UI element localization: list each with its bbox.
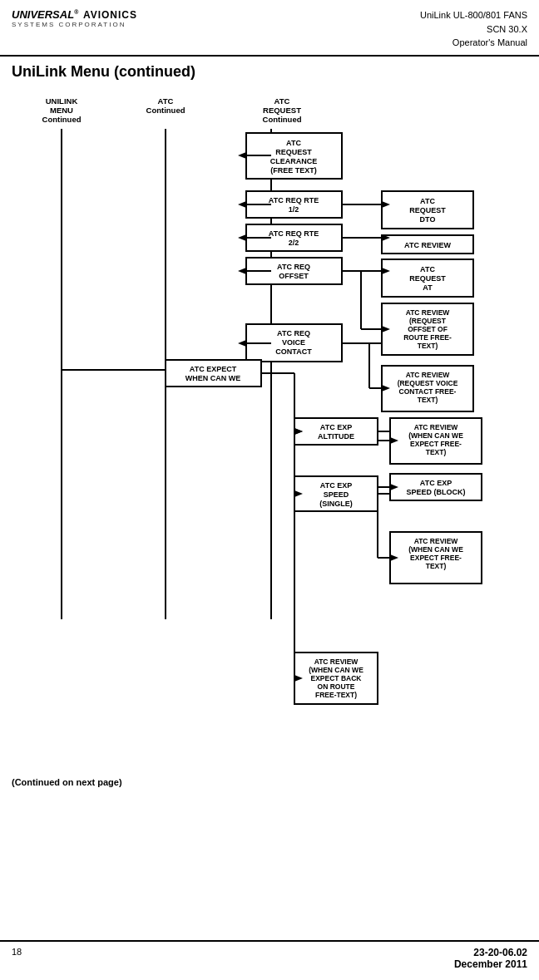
- doc-line1: UniLink UL-800/801 FANS: [420, 8, 527, 22]
- svg-text:ATC: ATC: [274, 96, 290, 106]
- svg-text:SPEED: SPEED: [324, 490, 349, 499]
- svg-text:EXPECT  FREE-: EXPECT FREE-: [410, 554, 462, 562]
- logo-area: UNIVERSAL® AVIONICS SYSTEMS CORPORATION: [12, 8, 137, 28]
- svg-text:REQUEST: REQUEST: [409, 274, 446, 283]
- svg-text:CONTACT: CONTACT: [275, 347, 312, 356]
- svg-text:TEXT): TEXT): [426, 562, 447, 570]
- svg-text:OFFSET: OFFSET: [279, 272, 309, 280]
- doc-line3: Operator's Manual: [420, 36, 527, 50]
- svg-text:AT: AT: [423, 283, 433, 292]
- svg-text:ALTITUDE: ALTITUDE: [318, 432, 354, 441]
- svg-text:1/2: 1/2: [289, 205, 299, 214]
- svg-text:ATC: ATC: [158, 96, 174, 106]
- svg-text:(SINGLE): (SINGLE): [319, 500, 353, 508]
- svg-text:REQUEST: REQUEST: [275, 148, 312, 156]
- svg-text:(REQUEST: (REQUEST: [409, 317, 447, 325]
- svg-text:(WHEN CAN WE: (WHEN CAN WE: [408, 545, 463, 554]
- svg-text:TEXT): TEXT): [418, 396, 438, 404]
- header: UNIVERSAL® AVIONICS SYSTEMS CORPORATION …: [0, 0, 539, 57]
- diagram-svg: UNILINK MENU Continued ATC Continued ATC…: [12, 87, 536, 810]
- svg-text:ATC REQ RTE: ATC REQ RTE: [269, 229, 319, 238]
- svg-text:UNILINK: UNILINK: [46, 96, 78, 106]
- svg-text:(FREE TEXT): (FREE TEXT): [270, 166, 317, 175]
- svg-text:ATC EXP: ATC EXP: [320, 481, 352, 490]
- svg-text:ATC REQ RTE: ATC REQ RTE: [269, 196, 319, 204]
- logo-main: UNIVERSAL® AVIONICS: [12, 8, 137, 21]
- svg-text:ATC: ATC: [420, 265, 435, 273]
- header-right: UniLink UL-800/801 FANS SCN 30.X Operato…: [420, 8, 527, 50]
- svg-text:ATC REVIEW: ATC REVIEW: [414, 423, 459, 431]
- svg-text:ATC REVIEW: ATC REVIEW: [406, 371, 451, 379]
- svg-text:ROUTE FREE-: ROUTE FREE-: [403, 333, 452, 342]
- svg-text:Continued: Continued: [146, 106, 185, 115]
- svg-text:ON ROUTE: ON ROUTE: [318, 682, 355, 691]
- svg-text:EXPECT  FREE-: EXPECT FREE-: [410, 440, 462, 448]
- svg-text:TEXT): TEXT): [426, 448, 447, 456]
- logo-sub: SYSTEMS CORPORATION: [12, 21, 137, 28]
- page: UNIVERSAL® AVIONICS SYSTEMS CORPORATION …: [0, 0, 539, 980]
- svg-text:EXPECT BACK: EXPECT BACK: [311, 674, 363, 682]
- svg-text:SPEED (BLOCK): SPEED (BLOCK): [406, 488, 465, 496]
- svg-text:ATC REVIEW: ATC REVIEW: [314, 657, 359, 666]
- svg-text:CONTACT FREE-: CONTACT FREE-: [399, 387, 457, 396]
- svg-text:ATC REQ: ATC REQ: [277, 263, 310, 271]
- svg-text:Continued: Continued: [263, 115, 302, 124]
- footer-date: December 2011: [454, 958, 527, 970]
- svg-text:MENU: MENU: [50, 106, 73, 115]
- svg-text:ATC REVIEW: ATC REVIEW: [414, 537, 459, 545]
- svg-text:(WHEN CAN WE: (WHEN CAN WE: [408, 431, 463, 440]
- svg-marker-19: [238, 152, 246, 159]
- svg-text:ATC: ATC: [420, 197, 435, 205]
- svg-text:DTO: DTO: [420, 215, 436, 224]
- page-title: UniLink Menu (continued): [0, 57, 539, 84]
- footer-page-number: 18: [12, 947, 22, 970]
- svg-text:VOICE: VOICE: [282, 338, 305, 347]
- diagram-area: UNILINK MENU Continued ATC Continued ATC…: [0, 87, 539, 810]
- svg-text:ATC EXP: ATC EXP: [320, 423, 352, 431]
- svg-text:ATC REVIEW: ATC REVIEW: [406, 308, 451, 317]
- svg-marker-24: [238, 201, 246, 208]
- footer-doc-ref: 23-20-06.02: [454, 947, 527, 958]
- svg-text:ATC: ATC: [286, 139, 301, 147]
- svg-text:CLEARANCE: CLEARANCE: [270, 157, 318, 165]
- svg-text:(REQUEST VOICE: (REQUEST VOICE: [398, 379, 458, 387]
- footer-doc-info: 23-20-06.02 December 2011: [454, 947, 527, 970]
- footer: 18 23-20-06.02 December 2011: [0, 940, 539, 970]
- svg-rect-82: [294, 418, 378, 445]
- svg-text:ATC EXP: ATC EXP: [420, 479, 452, 487]
- doc-line2: SCN 30.X: [420, 22, 527, 37]
- svg-text:ATC REVIEW: ATC REVIEW: [404, 241, 451, 249]
- svg-text:WHEN CAN WE: WHEN CAN WE: [185, 374, 241, 382]
- svg-marker-40: [238, 340, 246, 347]
- svg-rect-41: [166, 360, 261, 387]
- svg-text:REQUEST: REQUEST: [263, 106, 301, 115]
- svg-text:ATC EXPECT: ATC EXPECT: [190, 365, 237, 373]
- svg-text:TEXT): TEXT): [418, 342, 438, 350]
- svg-text:Continued: Continued: [42, 115, 82, 124]
- svg-text:REQUEST: REQUEST: [409, 206, 446, 214]
- svg-text:FREE-TEXT): FREE-TEXT): [315, 691, 357, 699]
- svg-marker-29: [238, 234, 246, 241]
- svg-text:ATC REQ: ATC REQ: [277, 329, 310, 337]
- svg-marker-34: [238, 268, 246, 274]
- svg-text:2/2: 2/2: [289, 239, 299, 247]
- svg-text:OFFSET OF: OFFSET OF: [408, 325, 448, 333]
- svg-text:(WHEN CAN WE: (WHEN CAN WE: [309, 666, 363, 674]
- svg-rect-109: [390, 474, 482, 500]
